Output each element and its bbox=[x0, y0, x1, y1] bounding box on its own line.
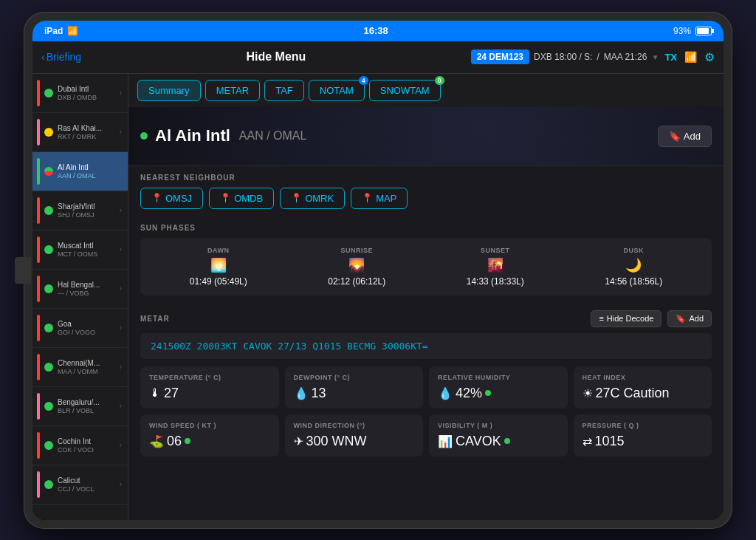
indicator-bar bbox=[37, 158, 40, 185]
sun-phase-time: 14:56 (18:56L) bbox=[605, 276, 662, 287]
nav-bar: ‹ Briefing Hide Menu 24 DEM123 DXB 18:00… bbox=[32, 41, 724, 74]
airport-code: BLR / VOBL bbox=[58, 407, 120, 414]
back-chevron-icon: ‹ bbox=[41, 51, 45, 63]
sidebar: Dubai IntlDXB / OMDB›Ras Al Khai...RKT /… bbox=[32, 74, 128, 520]
status-dot bbox=[44, 324, 53, 332]
chevron-right-icon: › bbox=[120, 363, 122, 371]
airport-code: --- / VOBG bbox=[58, 290, 120, 297]
sun-phase-time: 02:12 (06:12L) bbox=[328, 276, 385, 287]
settings-icon[interactable]: ⚙ bbox=[704, 50, 715, 64]
sidebar-item[interactable]: Sharjah/IntlSHJ / OMSJ› bbox=[32, 191, 128, 230]
metar-add-button[interactable]: 🔖 Add bbox=[667, 310, 712, 327]
chevron-right-icon: › bbox=[120, 89, 122, 97]
home-button[interactable] bbox=[15, 257, 31, 284]
sun-phase-label: SUNRISE bbox=[340, 247, 373, 254]
weather-value-icon: ✈ bbox=[294, 434, 303, 448]
airport-code: MCT / OOMS bbox=[58, 250, 120, 258]
weather-card-value: ✈300 WNW bbox=[294, 434, 415, 449]
sidebar-item[interactable]: Cochin IntCOK / VOCI› bbox=[32, 426, 128, 465]
weather-card-label: DEWPOINT (° C) bbox=[294, 374, 415, 381]
sun-phase-time: 14:33 (18:33L) bbox=[467, 276, 524, 287]
metar-actions: ≡ Hide Decode 🔖 Add bbox=[591, 310, 712, 327]
tx-label[interactable]: TX bbox=[664, 52, 677, 63]
status-dot bbox=[44, 402, 53, 411]
weather-value-text: CAVOK bbox=[456, 434, 501, 449]
status-dot bbox=[44, 245, 53, 254]
airport-code: CCJ / VOCL bbox=[58, 485, 120, 493]
tab-summary[interactable]: Summary bbox=[137, 80, 201, 101]
chevron-right-icon: › bbox=[120, 206, 122, 214]
neighbour-btn-omdb[interactable]: 📍OMDB bbox=[209, 188, 274, 209]
weather-value-text: 06 bbox=[167, 434, 182, 449]
sun-phase-dusk: DUSK🌙14:56 (18:56L) bbox=[568, 247, 701, 287]
airport-code: RKT / OMRK bbox=[58, 133, 120, 140]
tab-taf[interactable]: TAF bbox=[264, 80, 304, 101]
tab-notam[interactable]: NOTAM4 bbox=[309, 80, 365, 101]
weather-value-icon: 📊 bbox=[438, 434, 453, 448]
status-dot bbox=[44, 89, 53, 98]
indicator-bar bbox=[37, 236, 40, 263]
metar-header: METAR ≡ Hide Decode 🔖 Add bbox=[140, 310, 712, 327]
list-icon: ≡ bbox=[599, 314, 603, 323]
neighbour-btn-omrk[interactable]: 📍OMRK bbox=[280, 188, 345, 209]
bookmark-icon: 🔖 bbox=[669, 131, 681, 142]
sidebar-item[interactable]: CalicutCCJ / VOCL› bbox=[32, 465, 128, 505]
airport-name: Calicut bbox=[58, 476, 120, 485]
weather-value-text: 27C Caution bbox=[596, 386, 670, 401]
neighbour-btn-map[interactable]: 📍MAP bbox=[351, 188, 408, 209]
back-button[interactable]: ‹ Briefing bbox=[41, 51, 81, 63]
chevron-right-icon: › bbox=[120, 480, 122, 488]
hide-decode-button[interactable]: ≡ Hide Decode bbox=[591, 310, 662, 327]
sidebar-item[interactable]: Muscat IntlMCT / OOMS› bbox=[32, 230, 128, 270]
flight-info: 24 DEM123 DXB 18:00 / S: / MAA 21:26 ▼ bbox=[471, 49, 659, 64]
weather-card-label: WIND DIRECTION (°) bbox=[294, 422, 415, 429]
weather-value-icon: 💧 bbox=[438, 386, 453, 400]
sidebar-item[interactable]: Dubai IntlDXB / OMDB› bbox=[32, 74, 128, 113]
airport-code: COK / VOCI bbox=[58, 446, 120, 454]
neighbour-buttons: 📍OMSJ📍OMDB📍OMRK📍MAP bbox=[140, 188, 712, 209]
airport-header-code: AAN / OMAL bbox=[239, 129, 307, 143]
weather-value-icon: ⇄ bbox=[583, 434, 592, 448]
weather-card-value: 💧42% bbox=[438, 386, 559, 401]
nav-title[interactable]: Hide Menu bbox=[87, 50, 464, 64]
airport-code: SHJ / OMSJ bbox=[58, 211, 120, 219]
sidebar-item[interactable]: Bengaluru/...BLR / VOBL› bbox=[32, 387, 128, 426]
metar-bookmark-icon: 🔖 bbox=[676, 314, 686, 324]
sidebar-item[interactable]: GoaGOI / VOGO› bbox=[32, 309, 128, 348]
weather-card: DEWPOINT (° C)💧13 bbox=[285, 366, 424, 409]
airport-add-button[interactable]: 🔖 Add bbox=[658, 126, 712, 147]
neighbour-btn-omsj[interactable]: 📍OMSJ bbox=[140, 188, 203, 209]
weather-card: WIND SPEED ( KT )⛳06 bbox=[140, 414, 279, 457]
indicator-bar bbox=[37, 197, 40, 224]
nav-icons: TX 📶 ⚙ bbox=[664, 50, 715, 64]
chevron-right-icon: › bbox=[120, 402, 122, 410]
tab-metar[interactable]: METAR bbox=[205, 80, 261, 101]
metar-section: METAR ≡ Hide Decode 🔖 Add 24 bbox=[128, 303, 724, 464]
sidebar-item[interactable]: Hal Bengal...--- / VOBG› bbox=[32, 270, 128, 309]
neighbour-label: OMDB bbox=[234, 193, 263, 204]
back-label: Briefing bbox=[47, 51, 81, 63]
sun-phase-label: DUSK bbox=[623, 247, 644, 254]
sun-phases-grid: DAWN🌅01:49 (05:49L)SUNRISE🌄02:12 (06:12L… bbox=[140, 238, 712, 295]
flight-badge[interactable]: 24 DEM123 bbox=[471, 49, 529, 64]
airport-name: Al Ain Intl bbox=[58, 163, 120, 172]
airport-pin-icon: 📍 bbox=[220, 193, 231, 203]
sun-phase-time: 01:49 (05:49L) bbox=[190, 276, 247, 287]
indicator-bar bbox=[37, 119, 40, 146]
neighbour-label: OMRK bbox=[305, 193, 334, 204]
flight-chevron-icon[interactable]: ▼ bbox=[651, 53, 659, 61]
weather-card-label: RELATIVE HUMIDITY bbox=[438, 374, 559, 381]
sidebar-item[interactable]: Ras Al Khai...RKT / OMRK› bbox=[32, 113, 128, 152]
indicator-bar bbox=[37, 315, 40, 341]
tab-snowtam[interactable]: SNOWTAM0 bbox=[369, 80, 441, 101]
weather-card-value: ☀27C Caution bbox=[583, 386, 704, 401]
sidebar-item[interactable]: Chennai(M...MAA / VOMM› bbox=[32, 348, 128, 387]
weather-card-value: 📊CAVOK bbox=[438, 434, 559, 449]
chevron-right-icon: › bbox=[120, 128, 122, 136]
status-dot bbox=[44, 206, 53, 215]
airport-name: Cochin Int bbox=[58, 437, 120, 446]
sun-phase-dawn: DAWN🌅01:49 (05:49L) bbox=[152, 247, 285, 287]
wifi-icon: 📶 bbox=[67, 26, 78, 36]
sidebar-item[interactable]: Al Ain IntlAAN / OMAL› bbox=[32, 152, 128, 191]
status-dot bbox=[44, 441, 53, 450]
